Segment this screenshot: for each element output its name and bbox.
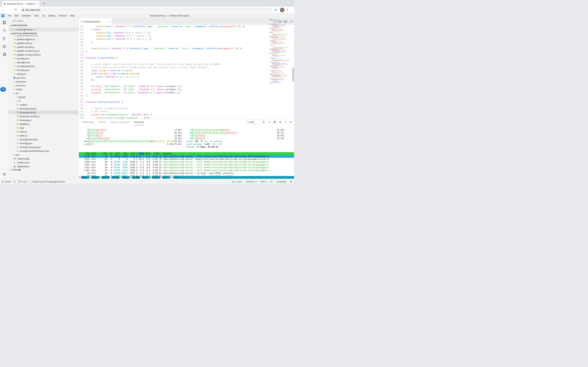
htop-fnlabel[interactable]: Nice + [152, 176, 160, 179]
tree-item-tsconfig-strictnullchecks-json[interactable]: {}tsconfig.strictNullChecks.json [9, 149, 79, 153]
menu-item-edit[interactable]: Edit [13, 14, 20, 17]
tree-item-src[interactable]: ◢src [9, 91, 79, 95]
cursor-position[interactable]: Ln 1, Col 1 [232, 181, 242, 183]
terminal[interactable]: 1[17.8%]2[16.1%]3[13.8%]4[23.0%]Mem[19.6… [79, 125, 294, 180]
htop-fnlabel[interactable]: Filter [112, 176, 119, 179]
split-terminal-icon[interactable] [273, 121, 276, 124]
close-panel-icon[interactable]: × [290, 121, 292, 124]
minimap[interactable] [269, 19, 292, 88]
back-icon[interactable]: ← [2, 8, 6, 12]
htop-process-row[interactable]: 5183 root 20 0 1021M 181M 3328 S 4.0 0.6… [79, 169, 294, 172]
panel-tab-problems[interactable]: PROBLEMS [82, 119, 94, 125]
tree-item-extensions[interactable]: ▸extensions [9, 80, 79, 83]
url-bar[interactable]: ide.coder.com [20, 8, 272, 12]
tree-item-tslint-json[interactable]: {}tslint.json [9, 72, 79, 76]
htop-process-row[interactable]: 5233 root 20 0 0 0 0 Z 36.3 0.0 0:02.79 … [79, 158, 294, 161]
menu-item-selection[interactable]: Selection [20, 14, 32, 17]
tab-close-icon[interactable]: × [108, 20, 110, 23]
sync-status[interactable] [14, 181, 16, 183]
new-tab-button[interactable]: + [42, 1, 46, 6]
menu-item-help[interactable]: Help [68, 14, 76, 17]
tree-item-gulpfile-vscode-linux-js[interactable]: JSgulpfile.vscode.linux.js [9, 49, 79, 53]
tree-item-tsconfig-monaco-json[interactable]: {}tsconfig.monaco.json [9, 145, 79, 149]
off-badge[interactable]: Off [0, 87, 6, 92]
close-icon[interactable]: × [10, 28, 13, 31]
tree-item-gulpfile-extensions-js[interactable]: JSgulpfile.extensions.js [9, 35, 79, 37]
menu-item-debug[interactable]: Debug [47, 14, 57, 17]
panel-tab-debug-console[interactable]: DEBUG CONSOLE [111, 119, 130, 125]
outline-header[interactable]: ▸ OUTLINE [9, 168, 79, 172]
htop-fnkey-f10[interactable]: F10 [170, 176, 174, 179]
tree-item-scripts[interactable]: ▸scripts [9, 87, 79, 91]
source-control-icon[interactable] [0, 34, 9, 42]
tree-item--editorconfig[interactable]: ✱.editorconfig [9, 157, 79, 161]
tree-item-tsconfig-base-json[interactable]: {}tsconfig.base.json [9, 137, 79, 141]
htop-fnlabel[interactable]: Kill [162, 176, 170, 179]
tree-item--eslintrc[interactable]: ⬡.eslintrc [9, 103, 79, 107]
workspace-header[interactable]: ◢ UNTITLED (WORKSPACE) [9, 32, 79, 35]
tree-item-bootstrap-amd-js[interactable]: JSbootstrap-amd.js [9, 107, 79, 110]
htop-fnlabel[interactable]: SortBy [132, 176, 140, 179]
htop-fnlabel[interactable]: Search [102, 176, 109, 179]
htop-fnkey-f6[interactable]: F6 [130, 176, 132, 179]
problems-status[interactable]: 0 0 [18, 181, 27, 183]
tree-item-bootstrap-window-js[interactable]: JSbootstrap-window.js [9, 114, 79, 118]
htop-fnkey-f7[interactable]: F7 [140, 176, 142, 179]
tree-item-paths-js[interactable]: JSpaths.js [9, 133, 79, 137]
avatar[interactable]: J [280, 8, 284, 12]
htop-process-row[interactable]: 5178 root 20 0 1021M 181M 3328 R 72.7 0.… [79, 155, 294, 158]
tree-item-main-js[interactable]: JSmain.js [9, 130, 79, 133]
htop-process-row[interactable]: 5180 root 20 0 1021M 181M 3328 S 7.3 0.6… [79, 161, 294, 163]
tree-item-vs[interactable]: ▸vs [9, 99, 79, 103]
htop-fnkey-f5[interactable]: F5 [119, 176, 122, 179]
htop-fnlabel[interactable]: Tree [122, 176, 130, 179]
debug-icon[interactable] [0, 42, 9, 50]
htop-fnlabel[interactable]: Quit [174, 176, 181, 179]
htop-process-row[interactable]: 5182 root 20 0 1021M 181M 3328 R 5.3 0.6… [79, 163, 294, 166]
panel-tab-output[interactable]: OUTPUT [98, 119, 107, 125]
tree-item-package-json[interactable]: {}package.json [9, 60, 79, 64]
menu-item-terminal[interactable]: Terminal [57, 14, 68, 17]
htop-table-header[interactable]: PID USER PRI NI VIRT RES SHR S CPU% MEM%… [79, 152, 294, 155]
menu-item-go[interactable]: Go [41, 14, 47, 17]
htop-fnlabel[interactable]: Help [81, 176, 89, 179]
forward-icon[interactable]: → [8, 8, 12, 12]
tree-item-tsconfig-json[interactable]: {}tsconfig.json [9, 68, 79, 72]
kill-terminal-trash-icon[interactable] [279, 121, 282, 124]
extensions-icon[interactable] [0, 50, 9, 58]
editor-tab-bootstrap-fork[interactable]: JS bootstrap-fork.js × [79, 18, 112, 25]
tree-item-jsconfig-json[interactable]: {}jsconfig.json [9, 57, 79, 60]
notifications-bell[interactable] [290, 181, 292, 183]
htop-fnkey-f4[interactable]: F4 [109, 176, 112, 179]
tree-item--gitattributes[interactable]: ◆.gitattributes [9, 164, 79, 167]
new-terminal-icon[interactable]: + [269, 121, 270, 124]
tab-size[interactable]: Tab Size: 4 [246, 181, 257, 183]
bookmark-star-icon[interactable]: ★ [274, 8, 277, 12]
tree-item-bootstrap-fork-js[interactable]: JSbootstrap-fork.js [9, 110, 79, 114]
tree-item-buildfile-js[interactable]: JSbuildfile.js [9, 122, 79, 126]
maximize-panel-icon[interactable] [284, 121, 287, 124]
open-editor-item[interactable]: × JS bootstrap-fork.js src [9, 27, 79, 32]
browser-tab[interactable]: bootstrap-fork.js — Untitled (W × [2, 1, 39, 7]
language-mode[interactable]: JavaScript [276, 181, 286, 183]
tree-item-typings[interactable]: ▸typings [9, 95, 79, 99]
open-editors-header[interactable]: ◢ OPEN EDITORS [9, 24, 79, 27]
git-branch-status[interactable]: master [2, 181, 11, 183]
tree-item-cli-js[interactable]: JScli.js [9, 126, 79, 130]
tab-close-icon[interactable]: × [36, 3, 38, 5]
panel-tab-terminal[interactable]: TERMINAL [133, 119, 144, 125]
tree-item-gulpfile-hygiene-js[interactable]: JSgulpfile.hygiene.js [9, 37, 79, 41]
htop-process-row[interactable]: 5181 root 20 0 1021M 181M 3328 S 4.6 0.6… [79, 166, 294, 169]
htop-process-row[interactable]: 20 root 20 0 1344M 62052 1952 S 3.3 0.2 … [79, 172, 294, 175]
htop-fnlabel[interactable]: Setup [91, 176, 99, 179]
tree-item-tsconfig-json[interactable]: {}tsconfig.json [9, 141, 79, 145]
htop-fnkey-f3[interactable]: F3 [99, 176, 102, 179]
search-icon[interactable] [0, 26, 9, 34]
htop-fnkey-f8[interactable]: F8 [150, 176, 152, 179]
tree-item-gulpfile-vscode-win32-js[interactable]: JSgulpfile.vscode.win32.js [9, 53, 79, 57]
tree-item-bootstrap-js[interactable]: JSbootstrap.js [9, 118, 79, 122]
menu-item-view[interactable]: View [33, 14, 41, 17]
htop-fnkey-f9[interactable]: F9 [160, 176, 162, 179]
reload-icon[interactable] [14, 8, 18, 12]
htop-fnlabel[interactable]: Nice - [142, 176, 150, 179]
